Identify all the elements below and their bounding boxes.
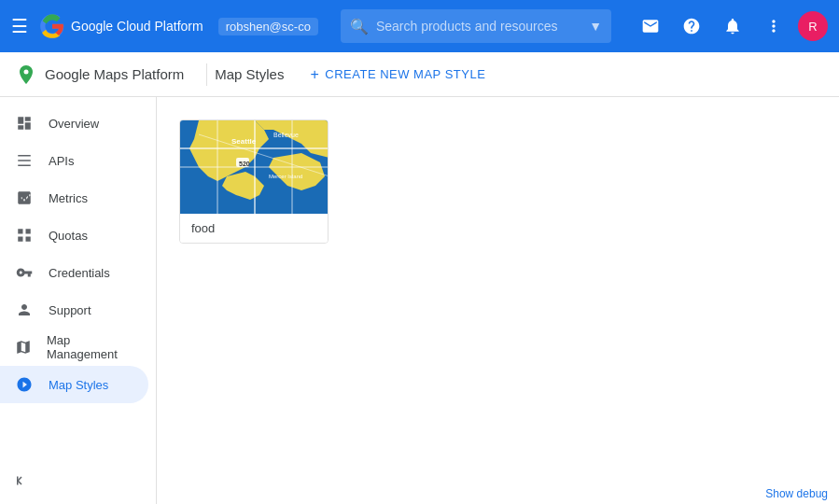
svg-rect-1 (18, 229, 22, 233)
sidebar-item-map-management[interactable]: Map Management (0, 329, 148, 366)
credentials-icon (15, 264, 34, 281)
svg-text:Mercer Island: Mercer Island (269, 174, 302, 179)
sidebar-label-map-management: Map Management (47, 333, 133, 361)
svg-rect-2 (26, 229, 31, 233)
sidebar-item-support[interactable]: Support (0, 291, 148, 329)
create-new-map-style-button[interactable]: + CREATE NEW MAP STYLE (299, 61, 496, 89)
sidebar-item-map-styles[interactable]: Map Styles (0, 366, 148, 403)
sidebar-item-metrics[interactable]: Metrics (0, 179, 148, 217)
search-dropdown-icon[interactable]: ▼ (589, 19, 602, 34)
subheader: Google Maps Platform Map Styles + CREATE… (0, 52, 839, 97)
app-title: Google Maps Platform (45, 66, 184, 82)
sidebar-label-metrics: Metrics (49, 191, 88, 205)
metrics-icon (15, 189, 34, 206)
avatar[interactable]: R (798, 11, 828, 41)
svg-rect-3 (18, 237, 22, 242)
sidebar-label-credentials: Credentials (49, 266, 110, 280)
sidebar-item-apis[interactable]: APIs (0, 142, 148, 179)
svg-text:Seattle: Seattle (231, 137, 257, 146)
debug-bar[interactable]: Show debug (754, 483, 839, 504)
email-button[interactable] (634, 9, 667, 43)
sidebar-item-quotas[interactable]: Quotas (0, 217, 148, 254)
main-content: Seattle Bellevue Mercer Island 520 food (157, 97, 839, 504)
more-options-button[interactable] (757, 9, 790, 43)
topbar-logo: Google Cloud Platform (39, 13, 203, 39)
sidebar-item-credentials[interactable]: Credentials (0, 254, 148, 291)
main-layout: Overview APIs Metrics Quotas Credentials (0, 97, 839, 504)
overview-icon (15, 115, 34, 132)
add-icon: + (310, 66, 319, 83)
svg-text:Bellevue: Bellevue (273, 132, 299, 138)
map-styles-icon (15, 376, 34, 393)
subheader-divider (206, 63, 207, 86)
create-btn-label: CREATE NEW MAP STYLE (325, 67, 485, 81)
sidebar-label-overview: Overview (49, 117, 99, 131)
apis-icon (15, 152, 34, 169)
sidebar-label-map-styles: Map Styles (49, 378, 108, 392)
map-preview-svg: Seattle Bellevue Mercer Island 520 (180, 120, 329, 214)
topbar-title: Google Cloud Platform (71, 19, 203, 34)
debug-label: Show debug (765, 487, 828, 500)
sidebar-label-support: Support (49, 303, 91, 317)
sidebar-collapse-button[interactable] (11, 472, 28, 493)
notifications-button[interactable] (716, 9, 749, 43)
sidebar-item-overview[interactable]: Overview (0, 105, 148, 142)
search-icon: 🔍 (350, 18, 369, 35)
quotas-icon (15, 227, 34, 244)
svg-text:520: 520 (239, 161, 250, 167)
sidebar-label-apis: APIs (49, 154, 74, 168)
menu-icon[interactable]: ☰ (11, 15, 28, 37)
topbar-actions: R (634, 9, 828, 43)
map-thumbnail: Seattle Bellevue Mercer Island 520 (180, 120, 329, 214)
svg-rect-4 (26, 237, 31, 242)
support-icon (15, 301, 34, 318)
maps-logo-icon (15, 63, 37, 86)
topbar-account[interactable]: robshen@sc-co (218, 18, 318, 35)
map-card-label: food (180, 214, 328, 243)
page-title: Map Styles (215, 66, 284, 82)
sidebar: Overview APIs Metrics Quotas Credentials (0, 97, 157, 504)
subheader-logo: Google Maps Platform (0, 63, 199, 86)
sidebar-label-quotas: Quotas (49, 229, 88, 243)
map-management-icon (15, 339, 32, 356)
search-input[interactable] (376, 19, 581, 34)
map-style-card-food[interactable]: Seattle Bellevue Mercer Island 520 food (179, 119, 329, 244)
cloud-logo-icon (39, 13, 65, 39)
search-bar[interactable]: 🔍 ▼ (341, 9, 611, 43)
topbar: ☰ Google Cloud Platform robshen@sc-co 🔍 … (0, 0, 839, 52)
help-button[interactable] (675, 9, 708, 43)
svg-point-0 (24, 69, 29, 74)
